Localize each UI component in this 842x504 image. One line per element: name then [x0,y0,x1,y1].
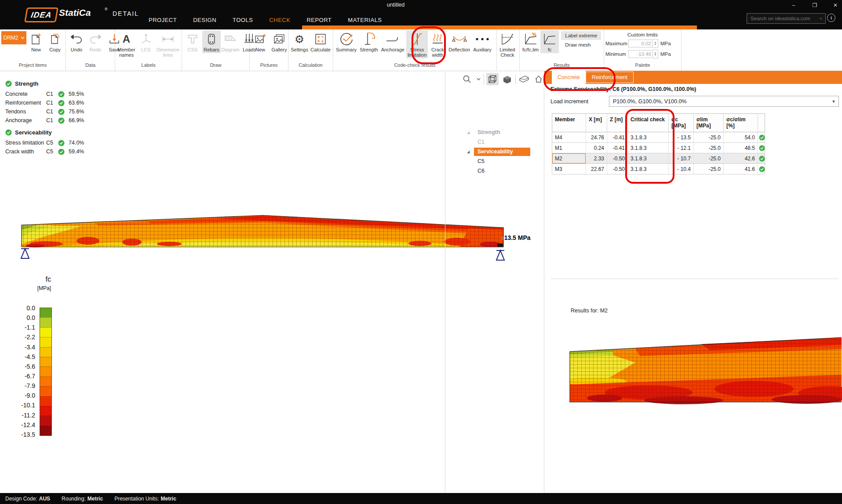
cell-critical-check[interactable]: 3.1.8.3 [628,143,669,153]
gallery-button[interactable]: Gallery [270,30,288,53]
home-view-button[interactable] [532,73,545,85]
tree-item-label[interactable]: C5 [474,157,488,166]
tree-item[interactable]: ◢ Serviceability [466,147,545,156]
cell-x[interactable]: 2.33 [586,153,607,163]
tree-item-label[interactable]: C1 [474,138,488,146]
new-project-item-button[interactable]: New [27,30,45,53]
dropdown-arrow-icon[interactable]: ▼ [829,99,838,104]
zoom-tool-button[interactable] [461,73,473,85]
maximum-spinner[interactable]: ▲▼ [653,39,658,48]
anchorage-check-button[interactable]: Anchorage [380,30,406,53]
menu-item[interactable]: REPORT [306,17,332,23]
cell-z[interactable]: -0.41 [607,132,628,142]
undo-button[interactable]: Undo [67,30,86,53]
deflection-button[interactable]: Deflection [447,30,471,53]
maximum-input[interactable]: 0.02 [628,40,653,47]
auxiliary-button[interactable]: Auxiliary [472,30,493,53]
colorbar-tick: -13.5 [21,431,35,438]
wireframe-view-button[interactable] [486,73,499,85]
cell-member[interactable]: M2 [552,153,586,163]
crack-width-button[interactable]: Crack width [428,30,447,58]
cell-x[interactable]: 24.76 [586,132,607,142]
draw-mesh-toggle[interactable]: Draw mesh [561,40,601,49]
dimension-lines-button: Dimension lines [156,30,180,58]
beam-heatmap-canvas[interactable] [15,210,512,274]
cell-ratio[interactable]: 42.6 [724,153,758,163]
tree-expander-icon[interactable]: ◢ [466,131,474,134]
cell-member[interactable]: M3 [552,164,586,174]
strength-check-button[interactable]: Strength [358,30,379,53]
tree-item[interactable]: C6 [466,166,545,176]
cell-critical-check[interactable]: 3.1.8.3 [628,164,669,174]
cell-sigma-lim[interactable]: -25.0 [694,164,724,174]
cell-z[interactable]: -0.50 [607,153,628,163]
rebars-button[interactable]: Rebars [202,30,221,53]
cell-member[interactable]: M4 [552,132,586,142]
cell-x[interactable]: 0.24 [586,143,607,153]
search-input[interactable] [747,16,820,21]
table-row[interactable]: M3 22.67 -0.50 3.1.8.3 - 10.4 -25.0 41.6 [552,164,765,174]
cell-critical-check[interactable]: 3.1.8.3 [628,153,669,163]
cell-sigma-lim[interactable]: -25.0 [694,132,724,142]
project-item-selector[interactable]: DRM2 [1,31,26,44]
fc-button[interactable]: fc [540,30,559,53]
solid-view-button[interactable] [501,73,513,85]
extreme-location-marker [497,243,503,247]
tree-item[interactable]: C1 [466,137,545,147]
cell-sigma-c[interactable]: - 12.1 [669,143,694,153]
custom-limits-title: Custom limits [605,32,680,37]
zoom-dropdown-button[interactable] [475,73,481,85]
table-row[interactable]: M4 24.76 -0.41 3.1.8.3 - 13.5 -25.0 54.0 [552,132,765,143]
member-names-button[interactable]: A Member names [117,30,136,58]
colorbar-tick: -2.2 [25,334,35,341]
tree-item[interactable]: C5 [466,156,545,166]
cell-ratio[interactable]: 48.5 [724,143,758,153]
calculate-button[interactable]: Calculate [310,30,332,53]
cell-ratio[interactable]: 41.6 [724,164,758,174]
limited-check-button[interactable]: Limited Check [498,30,517,58]
tree-item-label[interactable]: Serviceability [474,148,530,156]
copy-project-item-button[interactable]: Copy [46,30,64,53]
load-increment-dropdown[interactable]: P100.0%, G100.0%, V100.0% ▼ [609,96,839,107]
tree-expander-icon[interactable]: ◢ [466,150,474,154]
table-row[interactable]: M1 0.24 -0.41 3.1.8.3 - 12.1 -25.0 48.5 [552,143,765,153]
menu-item[interactable]: MATERIALS [348,17,382,23]
fc-fclim-button[interactable]: % fc/fc,lim [521,30,540,53]
close-button[interactable]: ✕ [829,1,842,10]
stress-limitation-button[interactable]: Stress limitation [406,30,428,58]
cell-sigma-lim[interactable]: -25.0 [694,143,724,153]
new-picture-button[interactable]: New [251,30,270,53]
member-m2-heatmap[interactable] [569,336,842,404]
cell-member[interactable]: M1 [552,143,586,153]
summary-button[interactable]: Summary [335,30,358,53]
minimum-input[interactable]: -13.49 [628,50,653,58]
minimum-spinner[interactable]: ▲▼ [653,50,658,58]
settings-button[interactable]: ⚙ Settings [290,30,309,53]
cell-sigma-c[interactable]: - 10.7 [669,153,694,163]
search-box[interactable] [747,13,826,24]
result-tab[interactable]: Reinforcement [586,72,634,83]
menu-item[interactable]: DESIGN [193,17,216,23]
cell-ratio[interactable]: 54.0 [724,132,758,142]
cell-z[interactable]: -0.41 [607,143,628,153]
minimize-button[interactable]: – [787,1,800,10]
cell-sigma-c[interactable]: - 10.4 [669,164,694,174]
cell-sigma-lim[interactable]: -25.0 [694,153,724,163]
tree-item-label[interactable]: Strength [474,128,503,137]
tree-item[interactable]: ◢ Strength [466,127,545,137]
tree-item-label[interactable]: C6 [474,167,488,175]
search-icon[interactable] [820,16,822,22]
info-icon[interactable]: i [827,14,835,22]
label-extreme-toggle[interactable]: Label extreme [561,31,601,40]
maximize-button[interactable]: ❐ [808,1,821,10]
result-tab[interactable]: Concrete [552,71,586,84]
menu-item[interactable]: CHECK [269,17,290,23]
menu-item[interactable]: PROJECT [149,17,177,23]
cell-x[interactable]: 22.67 [586,164,607,174]
clipping-view-button[interactable] [518,73,530,85]
cell-sigma-c[interactable]: - 13.5 [669,132,694,142]
cell-critical-check[interactable]: 3.1.8.3 [628,132,669,142]
table-row[interactable]: M2 2.33 -0.50 3.1.8.3 - 10.7 -25.0 42.6 [552,153,765,164]
cell-z[interactable]: -0.50 [607,164,628,174]
menu-item[interactable]: TOOLS [233,17,253,23]
